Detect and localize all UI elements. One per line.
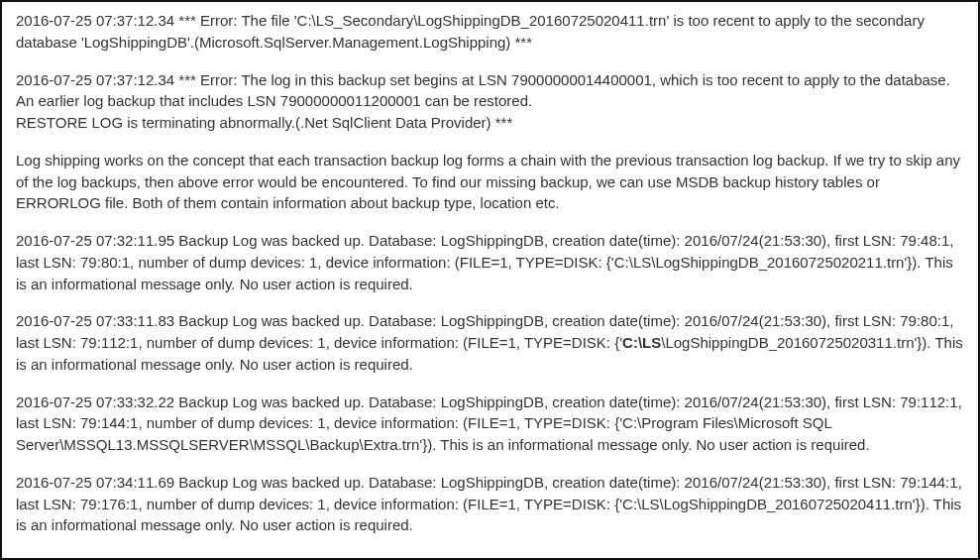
explanation-paragraph: Log shipping works on the concept that e… [16, 150, 964, 214]
backup-entry-extra: 2016-07-25 07:33:32.22 Backup Log was ba… [16, 392, 964, 456]
backup-entry-020311-bold-path: C:\LS [622, 334, 661, 351]
backup-entry-020211: 2016-07-25 07:32:11.95 Backup Log was ba… [16, 230, 964, 294]
backup-entry-020311: 2016-07-25 07:33:11.83 Backup Log was ba… [16, 310, 964, 375]
log-document: 2016-07-25 07:37:12.34 *** Error: The fi… [0, 0, 980, 560]
error-lsn-too-recent: 2016-07-25 07:37:12.34 *** Error: The lo… [16, 69, 964, 134]
error-file-too-recent: 2016-07-25 07:37:12.34 *** Error: The fi… [16, 10, 964, 54]
backup-entry-020411: 2016-07-25 07:34:11.69 Backup Log was ba… [16, 472, 964, 536]
